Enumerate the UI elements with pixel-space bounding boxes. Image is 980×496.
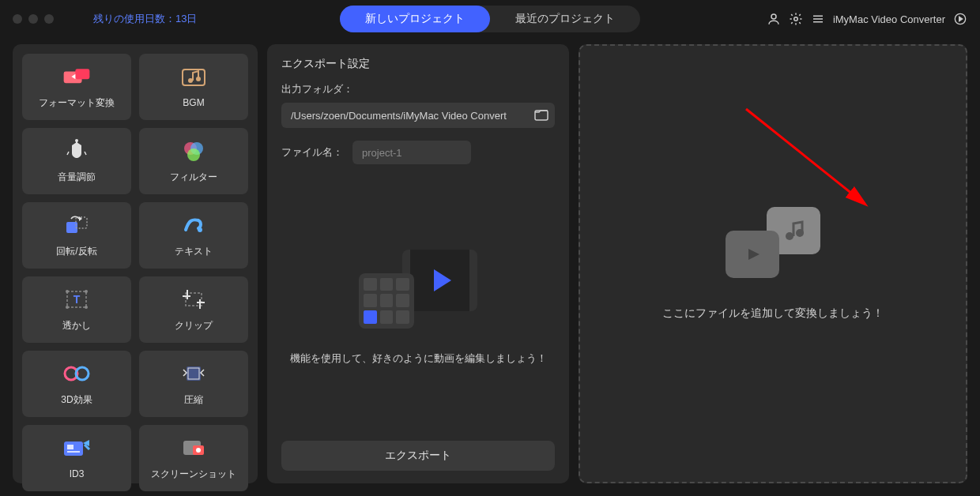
svg-point-47 — [796, 229, 804, 237]
svg-point-13 — [75, 139, 78, 142]
output-folder-field[interactable]: /Users/zoen/Documents/iMyMac Video Conve… — [281, 103, 555, 128]
tool-compress[interactable]: 圧縮 — [139, 351, 248, 417]
filter-icon — [179, 139, 208, 163]
svg-rect-8 — [75, 69, 89, 79]
svg-point-20 — [198, 227, 202, 232]
rotate-icon — [62, 213, 91, 237]
tab-new-project[interactable]: 新しいプロジェクト — [340, 6, 490, 32]
tool-label: テキスト — [175, 245, 213, 258]
app-name-label: iMyMac Video Converter — [833, 13, 945, 25]
svg-point-11 — [196, 77, 201, 81]
titlebar: 残りの使用日数：13日 新しいプロジェクト 最近のプロジェクト iMyMac V… — [0, 0, 980, 38]
filename-label: ファイル名： — [281, 145, 343, 160]
tool-bgm[interactable]: BGM — [139, 54, 248, 120]
tool-filter[interactable]: フィルター — [139, 128, 248, 194]
svg-point-25 — [66, 306, 69, 309]
window-controls — [13, 14, 54, 24]
svg-point-16 — [187, 148, 200, 161]
tab-recent-projects[interactable]: 最近のプロジェクト — [490, 6, 640, 32]
tool-text[interactable]: テキスト — [139, 202, 248, 269]
tool-label: BGM — [183, 97, 204, 108]
drop-hint-text: ここにファイルを追加して変換しましょう！ — [662, 306, 884, 321]
tool-id3[interactable]: ID3 — [22, 425, 131, 491]
media-files-icon — [726, 207, 820, 278]
tool-label: 圧縮 — [184, 393, 203, 407]
tool-watermark[interactable]: T 透かし — [22, 276, 131, 343]
output-folder-label: 出力フォルダ： — [281, 82, 555, 96]
svg-point-1 — [794, 17, 798, 21]
svg-rect-34 — [187, 366, 201, 381]
svg-point-24 — [85, 290, 88, 293]
output-folder-path: /Users/zoen/Documents/iMyMac Video Conve… — [291, 110, 530, 122]
preview-graphic-icon — [359, 250, 477, 329]
svg-line-45 — [746, 109, 865, 204]
preview-area: 機能を使用して、好きのように動画を編集しましょう！ — [281, 188, 555, 428]
tool-label: 回転/反転 — [56, 245, 96, 258]
tool-screenshot[interactable]: スクリーンショット — [139, 425, 248, 491]
tool-label: ID3 — [70, 468, 85, 479]
tool-format-convert[interactable]: フォーマット変換 — [22, 54, 131, 120]
menu-icon[interactable] — [811, 12, 825, 26]
export-button[interactable]: エクスポート — [281, 441, 555, 471]
tool-label: 音量調節 — [58, 171, 96, 184]
tool-label: フォーマット変換 — [39, 96, 115, 110]
compress-icon — [179, 362, 208, 385]
tool-rotate[interactable]: 回転/反転 — [22, 202, 131, 269]
tool-label: 透かし — [62, 319, 91, 333]
svg-marker-6 — [959, 17, 963, 21]
id3-icon — [62, 437, 91, 460]
tool-volume[interactable]: 音量調節 — [22, 128, 131, 194]
drop-zone[interactable]: ここにファイルを追加して変換しましょう！ — [579, 44, 967, 483]
browse-folder-icon[interactable] — [534, 108, 548, 123]
format-convert-icon — [62, 65, 91, 88]
svg-marker-48 — [748, 249, 760, 260]
preview-hint-text: 機能を使用して、好きのように動画を編集しましょう！ — [290, 351, 547, 367]
maximize-window-icon[interactable] — [44, 14, 54, 24]
close-window-icon[interactable] — [13, 14, 22, 24]
svg-point-42 — [196, 448, 201, 453]
account-icon[interactable] — [767, 12, 781, 26]
bgm-icon — [179, 66, 208, 89]
trial-days-text: 残りの使用日数：13日 — [93, 12, 197, 26]
export-title: エクスポート設定 — [281, 57, 555, 71]
svg-point-0 — [771, 14, 776, 19]
svg-text:T: T — [74, 293, 81, 306]
tool-label: 3D効果 — [61, 393, 92, 407]
screenshot-icon — [179, 436, 208, 460]
tools-sidebar: フォーマット変換 BGM 音量調節 フィルター 回転/反転 — [13, 44, 258, 483]
3d-icon — [62, 362, 91, 385]
project-tabs: 新しいプロジェクト 最近のプロジェクト — [340, 6, 640, 32]
tool-clip[interactable]: クリップ — [139, 276, 248, 343]
svg-point-26 — [85, 306, 88, 309]
tool-label: クリップ — [175, 319, 213, 333]
play-circle-icon[interactable] — [953, 12, 967, 26]
minimize-window-icon[interactable] — [28, 14, 38, 24]
tool-label: フィルター — [170, 171, 217, 184]
text-icon — [179, 213, 208, 237]
export-panel: エクスポート設定 出力フォルダ： /Users/zoen/Documents/i… — [267, 44, 569, 483]
svg-point-23 — [66, 290, 69, 293]
volume-icon — [62, 139, 91, 163]
svg-rect-37 — [67, 445, 74, 449]
clip-icon — [179, 287, 208, 311]
settings-icon[interactable] — [789, 12, 803, 26]
tool-label: スクリーンショット — [151, 468, 236, 481]
watermark-icon: T — [62, 287, 91, 311]
tool-3d[interactable]: 3D効果 — [22, 351, 131, 417]
filename-input[interactable] — [352, 141, 471, 164]
